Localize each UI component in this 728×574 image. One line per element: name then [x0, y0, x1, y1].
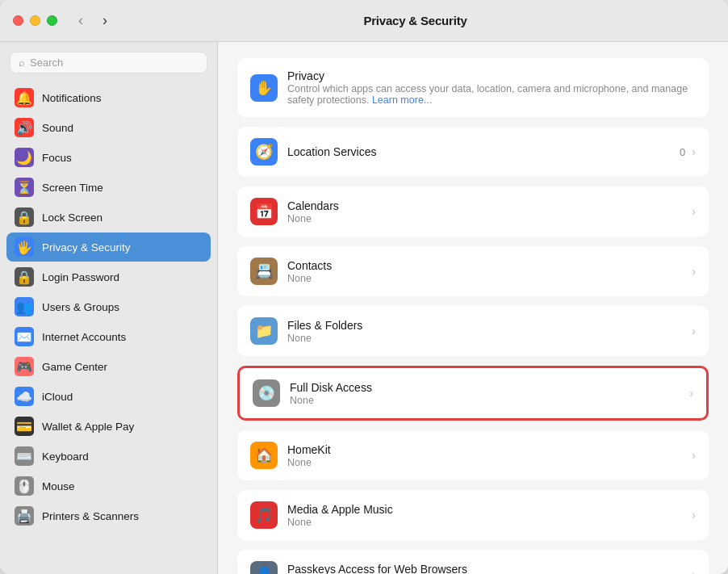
contacts-subtitle: None — [287, 273, 692, 284]
settings-row-location-services[interactable]: 🧭Location Services0› — [237, 127, 709, 177]
game-center-label: Game Center — [42, 361, 107, 373]
sidebar-item-internet-accounts[interactable]: ✉️Internet Accounts — [6, 322, 211, 351]
settings-row-media-music[interactable]: 🎵Media & Apple MusicNone› — [237, 490, 709, 540]
privacy-text: PrivacyControl which apps can access you… — [287, 69, 696, 106]
homekit-icon: 🏠 — [250, 442, 278, 469]
printers-label: Printers & Scanners — [42, 510, 139, 522]
full-disk-access-subtitle: None — [290, 395, 689, 406]
learn-more-link[interactable]: Learn more... — [372, 94, 432, 106]
sidebar-list: 🔔Notifications🔊Sound🌙Focus⏳Screen Time🔒L… — [0, 80, 217, 574]
sidebar-item-screen-time[interactable]: ⏳Screen Time — [6, 173, 211, 202]
files-folders-chevron: › — [692, 325, 696, 337]
passkeys-chevron: › — [692, 568, 696, 574]
sidebar-item-keyboard[interactable]: ⌨️Keyboard — [6, 442, 211, 471]
contacts-title: Contacts — [287, 259, 692, 272]
settings-row-contacts[interactable]: 📇ContactsNone› — [237, 246, 709, 296]
full-disk-access-title: Full Disk Access — [290, 381, 689, 394]
media-music-subtitle: None — [287, 517, 692, 528]
main-content: ⌕ 🔔Notifications🔊Sound🌙Focus⏳Screen Time… — [0, 42, 728, 574]
settings-item-files-folders: 📁Files & FoldersNone› — [237, 306, 709, 356]
passkeys-icon: 👤 — [250, 561, 278, 574]
search-icon: ⌕ — [19, 57, 25, 69]
privacy-icon: ✋ — [250, 74, 278, 102]
settings-item-contacts: 📇ContactsNone› — [237, 246, 709, 296]
sidebar-item-sound[interactable]: 🔊Sound — [6, 113, 211, 142]
files-folders-subtitle: None — [287, 333, 692, 344]
sidebar-item-login-password[interactable]: 🔒Login Password — [6, 262, 211, 291]
privacy-subtitle: Control which apps can access your data,… — [287, 83, 696, 106]
calendars-chevron: › — [692, 205, 696, 218]
media-music-icon: 🎵 — [250, 501, 278, 529]
location-services-icon: 🧭 — [250, 138, 278, 165]
sidebar-item-icloud[interactable]: ☁️iCloud — [6, 382, 211, 411]
media-music-text: Media & Apple MusicNone — [287, 503, 692, 528]
close-button[interactable] — [13, 15, 23, 26]
settings-row-calendars[interactable]: 📅CalendarsNone› — [237, 186, 709, 237]
location-services-chevron: › — [692, 145, 696, 158]
wallet-label: Wallet & Apple Pay — [42, 421, 134, 433]
privacy-security-label: Privacy & Security — [42, 241, 131, 253]
sidebar-item-wallet[interactable]: 💳Wallet & Apple Pay — [6, 412, 211, 441]
calendars-icon: 📅 — [250, 198, 278, 225]
settings-row-privacy[interactable]: ✋PrivacyControl which apps can access yo… — [237, 58, 709, 117]
sidebar-item-privacy-security[interactable]: 🖐Privacy & Security — [6, 233, 211, 262]
search-container: ⌕ — [0, 42, 217, 80]
highlighted-full-disk-access: 💿Full Disk AccessNone› — [237, 366, 709, 421]
back-button[interactable]: ‹ — [70, 10, 91, 31]
lock-screen-label: Lock Screen — [42, 212, 103, 224]
sound-icon: 🔊 — [15, 118, 34, 137]
focus-icon: 🌙 — [15, 148, 34, 167]
settings-item-passkeys: 👤Passkeys Access for Web BrowsersNone› — [237, 550, 709, 574]
settings-row-full-disk-access[interactable]: 💿Full Disk AccessNone› — [240, 368, 706, 418]
media-music-title: Media & Apple Music — [287, 503, 692, 516]
icloud-icon: ☁️ — [15, 387, 34, 406]
files-folders-title: Files & Folders — [287, 319, 692, 332]
sidebar-item-game-center[interactable]: 🎮Game Center — [6, 352, 211, 381]
mouse-label: Mouse — [42, 480, 75, 492]
keyboard-label: Keyboard — [42, 450, 89, 463]
wallet-icon: 💳 — [15, 417, 34, 436]
media-music-chevron: › — [692, 509, 696, 522]
location-services-badge: 0 — [680, 146, 685, 158]
forward-button[interactable]: › — [94, 10, 115, 31]
sidebar-item-focus[interactable]: 🌙Focus — [6, 143, 211, 172]
contacts-text: ContactsNone — [287, 259, 692, 284]
lock-screen-icon: 🔒 — [15, 207, 34, 227]
files-folders-text: Files & FoldersNone — [287, 319, 692, 344]
traffic-lights — [13, 15, 57, 26]
location-services-text: Location Services — [287, 145, 680, 158]
login-password-label: Login Password — [42, 271, 119, 283]
sidebar-item-notifications[interactable]: 🔔Notifications — [6, 83, 211, 112]
sidebar: ⌕ 🔔Notifications🔊Sound🌙Focus⏳Screen Time… — [0, 42, 218, 574]
calendars-title: Calendars — [287, 199, 692, 212]
calendars-subtitle: None — [287, 213, 692, 224]
privacy-title: Privacy — [287, 69, 696, 82]
sidebar-item-users-groups[interactable]: 👥Users & Groups — [6, 292, 211, 321]
icloud-label: iCloud — [42, 391, 73, 403]
full-disk-access-chevron: › — [689, 387, 693, 400]
screen-time-icon: ⏳ — [15, 178, 34, 197]
settings-row-homekit[interactable]: 🏠HomeKitNone› — [237, 430, 709, 480]
contacts-chevron: › — [692, 265, 696, 278]
sidebar-item-lock-screen[interactable]: 🔒Lock Screen — [6, 203, 211, 232]
sidebar-item-printers[interactable]: 🖨️Printers & Scanners — [6, 501, 211, 530]
location-services-title: Location Services — [287, 145, 680, 158]
sidebar-item-mouse[interactable]: 🖱️Mouse — [6, 471, 211, 501]
settings-row-files-folders[interactable]: 📁Files & FoldersNone› — [237, 306, 709, 356]
full-disk-access-icon: 💿 — [253, 379, 280, 407]
titlebar: ‹ › Privacy & Security — [0, 0, 728, 42]
search-input[interactable] — [30, 57, 199, 69]
passkeys-title: Passkeys Access for Web Browsers — [287, 563, 692, 575]
internet-accounts-label: Internet Accounts — [42, 331, 126, 343]
sound-label: Sound — [42, 122, 73, 134]
minimize-button[interactable] — [30, 15, 40, 26]
internet-accounts-icon: ✉️ — [15, 327, 34, 346]
calendars-text: CalendarsNone — [287, 199, 692, 224]
settings-item-location-services: 🧭Location Services0› — [237, 127, 709, 177]
maximize-button[interactable] — [47, 15, 57, 26]
focus-label: Focus — [42, 152, 72, 164]
users-groups-icon: 👥 — [15, 297, 34, 316]
settings-row-passkeys[interactable]: 👤Passkeys Access for Web BrowsersNone› — [237, 550, 709, 574]
users-groups-label: Users & Groups — [42, 301, 119, 313]
homekit-subtitle: None — [287, 457, 692, 468]
